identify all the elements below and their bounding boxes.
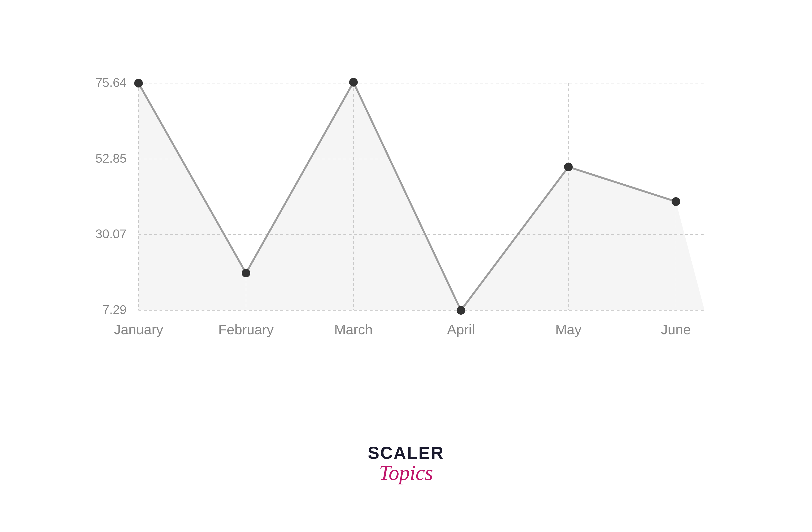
data-point-jun [671,197,680,206]
data-point-may [564,163,573,171]
x-label-jun: June [661,322,691,337]
x-label-feb: February [218,322,274,337]
data-point-jan [134,79,143,87]
chart-fill-area [139,82,705,310]
data-point-mar [349,78,358,86]
logo-topics-text: Topics [379,461,433,485]
x-label-mar: March [334,322,373,337]
y-label-7: 7.29 [102,303,127,317]
chart-container: 75.64 52.85 30.07 7.29 January February … [72,47,740,430]
line-chart: 75.64 52.85 30.07 7.29 January February … [72,47,740,430]
x-label-jan: January [114,322,163,337]
logo-scaler-text: SCALER [368,444,444,461]
x-label-may: May [555,322,581,337]
y-label-30: 30.07 [96,227,127,241]
logo-container: SCALER Topics [368,444,444,485]
data-point-feb [242,269,250,277]
y-label-75: 75.64 [96,75,127,89]
x-label-apr: April [447,322,475,337]
data-point-apr [456,306,465,314]
y-label-52: 52.85 [96,151,127,165]
